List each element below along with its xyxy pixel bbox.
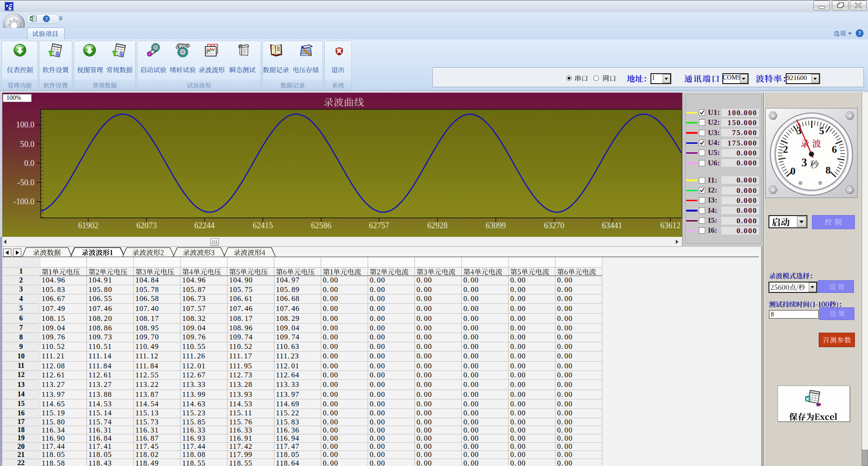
svg-text:0.0: 0.0: [24, 159, 35, 168]
svg-text:62244: 62244: [194, 221, 215, 230]
svg-text:100.0: 100.0: [16, 120, 35, 129]
svg-text:63099: 63099: [486, 221, 506, 230]
svg-text:62928: 62928: [427, 221, 448, 230]
svg-text:5: 5: [819, 125, 825, 137]
svg-text:62757: 62757: [369, 221, 389, 230]
svg-text:6: 6: [832, 144, 837, 155]
svg-text:-50.0: -50.0: [18, 178, 35, 187]
svg-text:63612: 63612: [660, 221, 681, 230]
svg-text:?: ?: [859, 30, 861, 36]
svg-text:0: 0: [790, 165, 796, 177]
svg-text:?: ?: [45, 16, 47, 21]
svg-text:62415: 62415: [253, 221, 273, 230]
svg-text:3: 3: [802, 156, 807, 169]
svg-text:63441: 63441: [602, 221, 622, 230]
svg-text:62073: 62073: [137, 221, 157, 230]
svg-text:2: 2: [783, 144, 788, 155]
svg-text:-100.0: -100.0: [14, 197, 35, 206]
svg-text:50.0: 50.0: [20, 140, 35, 149]
svg-text:3: 3: [797, 125, 802, 137]
svg-text:8: 8: [825, 165, 831, 176]
svg-text:62586: 62586: [311, 221, 332, 230]
svg-text:61902: 61902: [78, 221, 99, 230]
svg-text:63270: 63270: [544, 221, 564, 230]
